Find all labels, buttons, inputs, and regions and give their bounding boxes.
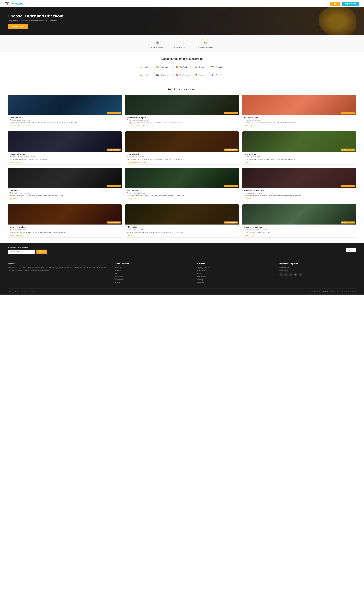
category-card-giapponese[interactable]: 🍱Giapponese [154,72,171,78]
restaurant-tags: FastFood [127,235,237,236]
tag: Giapponese [132,162,141,163]
restaurant-tags: ItalianoPizzeriaPesce [244,125,354,127]
language-select[interactable]: Italiano English [346,248,356,252]
footer-link[interactable]: Mobile apps [115,279,123,281]
category-icon: 🍕 [195,73,198,76]
restaurant-address: 📍Via Rocca de Baldi 93, Milano [127,119,237,121]
restaurant-card[interactable]: CONSEGNA GRATIS Taverna La Cialoma 📍Via … [242,204,356,238]
category-card-vegetariano[interactable]: 🥗Vegetariano [209,64,226,70]
tag: Vegetariano [10,198,17,199]
footer-link[interactable]: Aggiungi ristorante [197,267,210,269]
category-card-pizzeria[interactable]: 🍕Pizzeria [193,72,207,78]
footer-link[interactable]: Ordini [197,273,201,274]
facebook-icon[interactable]: f [279,273,283,276]
restaurant-card[interactable]: CONSEGNA GRATIS La Poma 📍Strada Del Rove… [8,168,122,201]
restaurant-card[interactable]: CONSEGNA GRATIS Artichore Coffee Shop 📍S… [242,168,356,201]
restaurant-name: Taverna La Cialoma [244,226,354,228]
instagram-icon[interactable]: ig [289,273,293,276]
pin-icon: 📍 [244,192,246,194]
restaurant-card[interactable]: CONSEGNA GRATIS Ohi Mexico 📍Viale Roma 2… [125,204,239,238]
consegna-badge: CONSEGNA GRATIS [224,112,238,114]
newsletter-subscribe-button[interactable]: ISCRIVI [36,249,47,254]
footer-partner-title: Diventa nostro partner [279,262,356,265]
tag: Pizzeria [15,162,21,163]
footer-link[interactable]: Come ordinare [197,270,208,272]
restaurant-description: Cucina tradizionale siciliana a base di … [244,231,354,233]
restaurant-card[interactable]: CONSEGNA GRATIS Flo's V8 Cafe 📍Via G.Ven… [8,95,122,128]
footer-bottom-link[interactable]: Sitemap [30,290,35,292]
navbar-buttons: Login Registrazione [330,2,359,6]
card-image-wrapper: CONSEGNA GRATIS [8,204,122,224]
footer-link[interactable]: Packing [197,279,203,281]
step-3-label: Consegna a casa tua! [197,47,213,48]
restaurant-card[interactable]: CONSEGNA GRATIS New Delhi India 📍Viale G… [242,131,356,165]
card-body: New Delhi India 📍Viale Ghera 235, Milano… [242,152,356,165]
tag: Cinese [127,162,132,163]
footer-link[interactable]: Pubblicità [197,282,204,284]
footer-bottom-link[interactable]: Termini & condizioni [15,290,27,292]
restaurant-address: 📍Viale Battistini 287, Milano [127,192,237,194]
newsletter-email-input[interactable] [8,249,35,254]
restaurant-image [125,168,239,188]
category-card-italiano[interactable]: 🍝Italiano [138,64,152,70]
restaurant-card[interactable]: CONSEGNA GRATIS Pizzeria Alexander 📍Via … [8,131,122,165]
categories-title: Scegli la tua categoria preferita [8,57,356,61]
category-card-steakhouse[interactable]: 🥩SteakHouse [173,72,191,78]
pin-icon: 📍 [10,229,11,231]
footer-link[interactable]: Chi siamo [115,267,122,269]
pin-icon: 📍 [244,156,246,157]
tag: Pesce [256,125,261,127]
consegna-badge: CONSEGNA GRATIS [107,112,121,114]
category-label: Pizzeria [199,74,205,76]
category-label: Italiano [144,66,149,68]
pin-icon: 📍 [127,229,129,231]
restaurant-tags: AmericanoFastFoodPizzeria [127,125,237,127]
restaurants-title: Tutti i nostri ristoranti [8,88,356,91]
category-card-indiano[interactable]: 🍛Indiano [138,72,152,78]
restaurant-card[interactable]: CONSEGNA GRATIS Hung Lee Kitchen 📍Corso … [8,204,122,238]
category-label: Indiano [144,74,150,76]
twitter-icon[interactable]: t [284,273,288,276]
footer-link[interactable]: Prenotazioni [197,276,206,278]
restaurant-image [242,168,356,188]
restaurant-name: Flo's V8 Cafe [10,117,120,119]
footer-link[interactable]: Contatti [115,282,120,284]
restaurant-card[interactable]: CONSEGNA GRATIS Alla Stella Nera 📍Viale … [242,95,356,128]
footer-link[interactable]: Carriere [115,270,121,272]
restaurant-card[interactable]: CONSEGNA GRATIS The Creperie 📍Viale Batt… [125,168,239,201]
restaurant-image [242,131,356,152]
youtube-icon[interactable]: ▶ [299,273,302,276]
restaurant-name: Long Yin Wok [127,153,237,155]
newsletter-form: ISCRIVI [8,249,47,254]
category-card-americano[interactable]: 🌭Americano [154,64,171,70]
restaurant-name: Hung Lee Kitchen [10,226,120,228]
hero-burger-image [318,7,356,35]
card-image-wrapper: CONSEGNA GRATIS [8,168,122,188]
footer-business-title: Business [197,262,274,265]
restaurant-description: Ristorante con cucina tipica Italiana, v… [244,122,354,124]
restaurant-card[interactable]: CONSEGNA GRATIS Long Yin Wok 📍Via delle … [125,131,239,165]
footer-bottom-link[interactable]: Privacy [8,290,12,292]
step-1-label: Scegli il ristorante [151,47,164,48]
categories-grid: 🍝Italiano🌭Americano🍔FastFood🥡Cinese🥗Vege… [138,64,226,78]
linkedin-icon[interactable]: in [294,273,297,276]
restaurant-tags: ItalianoPesce [244,235,354,236]
restaurant-card[interactable]: CONSEGNA GRATIS 10 Barrel Brewing Co. 📍V… [125,95,239,128]
register-button[interactable]: Registrazione [342,2,359,6]
tag: Italiano [10,162,15,163]
footer-link[interactable]: Developers [115,276,123,278]
footer-link[interactable]: Blog [115,273,118,274]
restaurant-image [8,168,122,188]
discover-button[interactable]: Scopri i ristoranti [8,24,28,29]
login-button[interactable]: Login [330,2,340,6]
category-card-fastfood[interactable]: 🍔FastFood [173,64,191,70]
category-label: SteakHouse [180,74,189,76]
category-card-pesce[interactable]: 🐟Pesce [209,72,226,78]
restaurant-address: 📍Via G.Venezian 1901, Milano [10,119,120,121]
restaurant-tags: ItalianoPizzeria [10,162,120,163]
footer-link[interactable]: Per Fattorini [279,270,288,272]
footer-link[interactable]: Per Ristoratori [279,267,289,269]
consegna-badge: CONSEGNA GRATIS [224,222,238,223]
footer: Deliveboo Lorem ipsum, dolor sit amet co… [0,258,364,295]
category-card-cinese[interactable]: 🥡Cinese [193,64,207,70]
